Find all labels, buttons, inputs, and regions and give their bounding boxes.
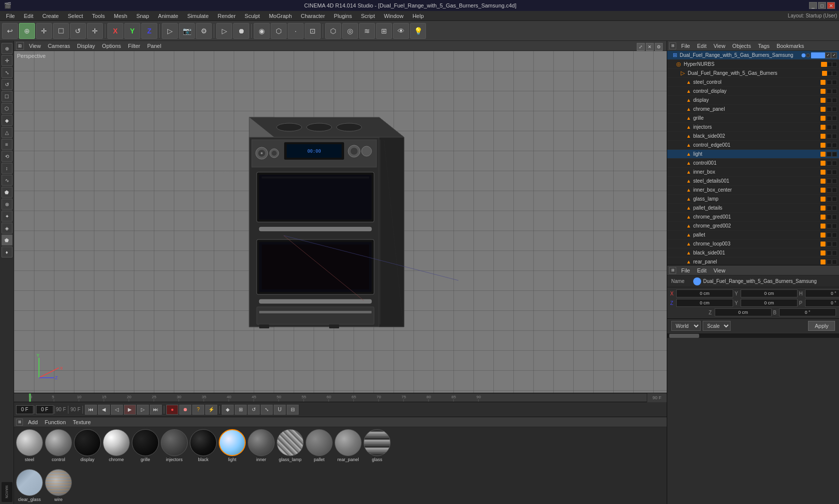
viewport-settings-button[interactable]: ⚙ [655, 43, 663, 51]
material-glass-lamp[interactable]: glass_lamp [277, 429, 304, 462]
material-glass[interactable]: glass [364, 429, 391, 462]
obj-row-black_side001[interactable]: ▲ black_side001 [667, 249, 839, 257]
obj-row-control_edge001[interactable]: ▲ control_edge001 [667, 141, 839, 150]
om-menu-objects[interactable]: Objects [730, 42, 753, 50]
obj-vis-f[interactable] [832, 134, 837, 139]
motion-button[interactable]: ⚡ [205, 405, 217, 415]
z-axis-button[interactable]: Z [141, 23, 157, 39]
y-input[interactable] [741, 289, 798, 297]
tool-1[interactable]: ⬡ [325, 23, 341, 39]
obj-vis-e[interactable] [827, 259, 832, 264]
obj-row-light[interactable]: ▲ light [667, 150, 839, 159]
material-pallet[interactable]: pallet [306, 429, 333, 462]
tool-move[interactable]: ✛ [1, 55, 12, 66]
attr-menu-edit[interactable]: Edit [695, 266, 709, 274]
play-fwd-button[interactable]: ▶ [124, 405, 136, 415]
obj-vis-e[interactable] [827, 98, 832, 103]
obj-vis-f[interactable] [832, 107, 837, 112]
material-wire[interactable]: wire [45, 469, 72, 502]
obj-vis1[interactable]: ✓ [825, 52, 831, 58]
om-menu-bookmarks[interactable]: Bookmarks [775, 42, 806, 50]
obj-vis-e[interactable] [827, 116, 832, 121]
pos-mode-button[interactable]: ⊞ [235, 405, 247, 415]
obj-vis-f[interactable] [832, 152, 837, 157]
poly-button[interactable]: ⬡ [271, 23, 287, 39]
viewport-close-button[interactable]: ✕ [646, 43, 654, 51]
obj-row-black_side002[interactable]: ▲ black_side002 [667, 132, 839, 141]
world-select[interactable]: World Local Object [671, 321, 701, 331]
obj-row-chrome_panel[interactable]: ▲ chrome_panel [667, 105, 839, 114]
obj-row-chrome_gred001[interactable]: ▲ chrome_gred001 [667, 213, 839, 222]
obj-vis-e[interactable] [827, 224, 832, 229]
obj-vis-f[interactable] [832, 98, 837, 103]
obj-row-control_display[interactable]: ▲ control_display [667, 87, 839, 96]
om-menu-view[interactable]: View [712, 42, 728, 50]
obj-vis-e[interactable] [827, 89, 832, 94]
obj-vis-e[interactable] [827, 197, 832, 202]
obj-vis-f[interactable] [832, 116, 837, 121]
tool-4[interactable]: ⊞ [376, 23, 392, 39]
obj-vis-f[interactable] [832, 179, 837, 184]
cube-button[interactable]: ☐ [53, 23, 69, 39]
om-menu-tags[interactable]: Tags [756, 42, 772, 50]
tool-2[interactable]: ◎ [342, 23, 358, 39]
obj-vis-f[interactable] [832, 125, 837, 130]
menu-character[interactable]: Character [297, 12, 329, 20]
obj-vis-f[interactable] [832, 197, 837, 202]
rotate-button[interactable]: ↺ [70, 23, 86, 39]
z-input[interactable] [676, 299, 733, 307]
move-button[interactable]: ⊕ [19, 23, 35, 39]
tool-5b[interactable]: ☐ [1, 91, 12, 102]
menu-mograph[interactable]: MoGraph [265, 12, 296, 20]
obj-vis-f[interactable] [832, 242, 837, 247]
tool-10b[interactable]: ⟲ [1, 151, 12, 162]
menu-file[interactable]: File [2, 12, 19, 20]
material-light[interactable]: light [219, 429, 246, 462]
y2-input[interactable] [741, 299, 798, 307]
record-all-button[interactable]: ⏺ [179, 405, 191, 415]
play-back-button[interactable]: ◁ [111, 405, 123, 415]
record-active-button[interactable]: ● [166, 405, 178, 415]
obj-vis-f[interactable] [832, 161, 837, 166]
obj-row-rear_panel[interactable]: ▲ rear_panel [667, 257, 839, 265]
b-input[interactable] [779, 308, 836, 316]
z2-input[interactable] [715, 308, 772, 316]
play-button[interactable]: ▷ [216, 23, 232, 39]
obj-vis-e[interactable] [827, 188, 832, 193]
obj-vis-e[interactable] [827, 80, 832, 85]
tool-13b[interactable]: ⬟ [1, 187, 12, 198]
obj-vis-f[interactable] [832, 215, 837, 220]
obj-vis-e[interactable] [827, 251, 832, 255]
viewport-menu-display[interactable]: Display [75, 42, 97, 50]
menu-script[interactable]: Script [357, 12, 379, 20]
x-axis-button[interactable]: X [107, 23, 123, 39]
menu-sculpt[interactable]: Sculpt [241, 12, 264, 20]
menu-snap[interactable]: Snap [132, 12, 153, 20]
apply-button[interactable]: Apply [808, 321, 835, 331]
render-region-button[interactable]: ▷ [162, 23, 178, 39]
menu-animate[interactable]: Animate [154, 12, 182, 20]
go-start-button[interactable]: ⏮ [85, 405, 97, 415]
tool-12b[interactable]: ∿ [1, 175, 12, 186]
menu-help[interactable]: Help [409, 12, 428, 20]
material-black[interactable]: black [190, 429, 217, 462]
tool-rotate[interactable]: ↺ [1, 79, 12, 90]
minimize-button[interactable]: _ [809, 2, 817, 9]
tool-18b[interactable]: ♦ [1, 247, 12, 257]
undo-button[interactable]: ↩ [2, 23, 18, 39]
frame-sub-input[interactable] [36, 405, 53, 414]
obj-vis-e[interactable] [827, 134, 832, 139]
obj-vis-e[interactable] [827, 152, 832, 157]
om-menu-edit[interactable]: Edit [695, 42, 709, 50]
obj-row-chrome_gred002[interactable]: ▲ chrome_gred002 [667, 222, 839, 231]
obj-row-pallet_details[interactable]: ▲ pallet_details [667, 204, 839, 213]
obj-vis-e[interactable] [827, 143, 832, 148]
obj-row-grille[interactable]: ▲ grille [667, 114, 839, 123]
tool-6[interactable]: 💡 [410, 23, 426, 39]
y-axis-button[interactable]: Y [124, 23, 140, 39]
obj-vis-f[interactable] [832, 251, 837, 255]
obj-vis2[interactable]: ✓ [831, 52, 837, 58]
obj-vis-e[interactable] [827, 179, 832, 184]
grid-mode-button[interactable]: ⊟ [287, 405, 299, 415]
om-menu-file[interactable]: File [679, 42, 692, 50]
